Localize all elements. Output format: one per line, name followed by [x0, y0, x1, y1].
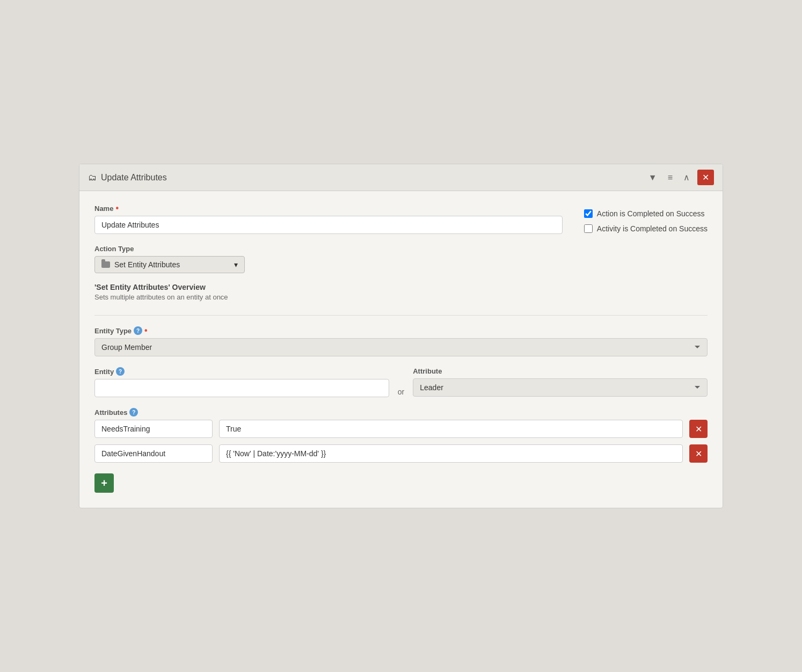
panel-title-area: 🗂 Update Attributes	[88, 173, 167, 182]
action-type-dropdown[interactable]: Set Entity Attributes ▾	[94, 256, 245, 273]
overview-section: 'Set Entity Attributes' Overview Sets mu…	[94, 282, 708, 302]
panel-header-actions: ▼ ≡ ∧ ✕	[645, 170, 714, 185]
overview-desc: Sets multiple attributes on an entity at…	[94, 293, 708, 301]
menu-button[interactable]: ≡	[665, 171, 676, 185]
close-icon: ✕	[702, 172, 709, 182]
action-completed-checkbox[interactable]	[584, 209, 593, 218]
overview-title: 'Set Entity Attributes' Overview	[94, 283, 708, 291]
collapse-button[interactable]: ∧	[680, 170, 693, 185]
name-section: Name •	[94, 204, 563, 234]
menu-icon: ≡	[668, 173, 673, 182]
filter-button[interactable]: ▼	[645, 171, 660, 185]
header-folder-icon: 🗂	[88, 173, 97, 182]
attr-delete-button-1[interactable]: ✕	[689, 420, 708, 438]
checkboxes-section: Action is Completed on Success Activity …	[584, 204, 708, 234]
panel-body: Name • Action is Completed on Success Ac…	[79, 191, 723, 508]
entity-type-select[interactable]: Group Member Person Group Connection	[94, 338, 708, 356]
attribute-label: Attribute	[413, 367, 708, 375]
action-type-folder-icon	[101, 261, 110, 268]
or-label: or	[398, 367, 404, 396]
attr-value-input-1[interactable]	[219, 420, 683, 438]
attributes-help-icon[interactable]: ?	[129, 408, 138, 417]
entity-input[interactable]	[94, 379, 389, 397]
action-type-dropdown-left: Set Entity Attributes	[101, 260, 180, 269]
attr-key-input-2[interactable]	[94, 444, 213, 463]
attr-row-2: ✕	[94, 444, 708, 463]
name-input[interactable]	[94, 216, 563, 234]
entity-attr-row: Entity ? or Attribute Leader Member Coac…	[94, 367, 708, 397]
main-panel: 🗂 Update Attributes ▼ ≡ ∧ ✕ Name	[79, 164, 723, 508]
name-required: •	[115, 204, 119, 213]
attr-row-1: ✕	[94, 420, 708, 438]
activity-completed-row[interactable]: Activity is Completed on Success	[584, 224, 708, 233]
entity-type-label: Entity Type ? •	[94, 326, 708, 335]
name-label: Name •	[94, 204, 563, 213]
action-type-section: Action Type Set Entity Attributes ▾	[94, 245, 708, 273]
filter-icon: ▼	[648, 173, 657, 182]
top-row: Name • Action is Completed on Success Ac…	[94, 204, 708, 234]
add-icon: +	[101, 477, 107, 490]
attr-delete-icon-2: ✕	[695, 449, 702, 459]
attr-delete-button-2[interactable]: ✕	[689, 444, 708, 463]
entity-help-icon[interactable]: ?	[116, 367, 125, 376]
entity-type-help-icon[interactable]: ?	[134, 326, 142, 335]
attr-key-input-1[interactable]	[94, 420, 213, 438]
section-divider	[94, 315, 708, 316]
entity-col: Entity ?	[94, 367, 389, 397]
entity-label: Entity ?	[94, 367, 389, 376]
attributes-label: Attributes ?	[94, 408, 708, 417]
activity-completed-label: Activity is Completed on Success	[597, 224, 708, 233]
attributes-section: Attributes ? ✕ ✕	[94, 408, 708, 463]
add-attribute-button[interactable]: +	[94, 473, 114, 493]
action-type-value: Set Entity Attributes	[114, 260, 180, 269]
attr-value-input-2[interactable]	[219, 444, 683, 463]
panel-header: 🗂 Update Attributes ▼ ≡ ∧ ✕	[79, 164, 723, 191]
activity-completed-checkbox[interactable]	[584, 224, 593, 233]
collapse-icon: ∧	[683, 172, 690, 182]
entity-type-required: •	[144, 326, 148, 335]
attribute-col: Attribute Leader Member Coach	[413, 367, 708, 397]
close-button[interactable]: ✕	[697, 170, 714, 185]
panel-title: Update Attributes	[101, 173, 167, 182]
action-type-chevron-icon: ▾	[234, 260, 238, 269]
action-completed-label: Action is Completed on Success	[597, 209, 705, 218]
attribute-select[interactable]: Leader Member Coach	[413, 378, 708, 397]
attr-delete-icon-1: ✕	[695, 424, 702, 434]
action-type-label: Action Type	[94, 245, 708, 253]
entity-type-section: Entity Type ? • Group Member Person Grou…	[94, 326, 708, 356]
action-completed-row[interactable]: Action is Completed on Success	[584, 209, 708, 218]
